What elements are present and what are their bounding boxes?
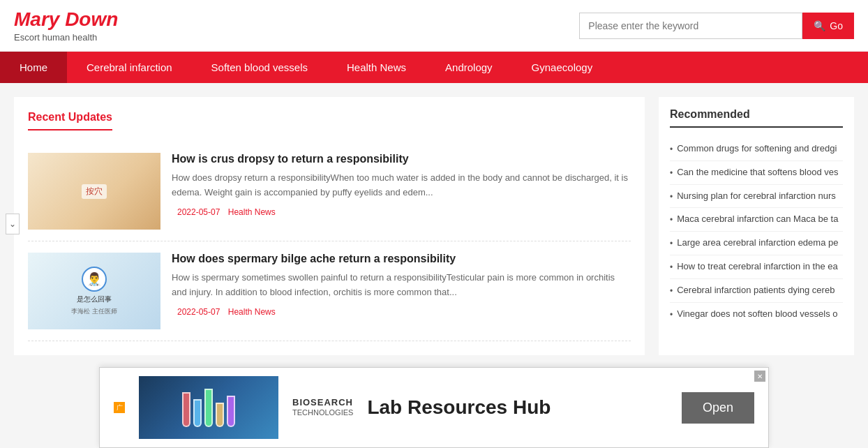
bullet-icon: •: [670, 309, 673, 321]
header: Mary Down Escort human health 🔍 Go: [0, 0, 868, 52]
search-input[interactable]: [579, 13, 802, 39]
article-card: How is crus dropsy to return a responsib…: [28, 142, 631, 241]
content-area: Recent Updates How is crus dropsy to ret…: [14, 97, 645, 355]
sidebar-item[interactable]: • Cerebral infarction patients dying cer…: [670, 279, 843, 303]
logo-area: Mary Down Escort human health: [14, 8, 118, 43]
scroll-down-arrow[interactable]: ⌄: [6, 214, 20, 234]
sidebar-title: Recommended: [670, 108, 843, 128]
logo-title: Mary Down: [14, 8, 118, 31]
search-btn-label: Go: [830, 20, 843, 31]
article-title-1[interactable]: How is crus dropsy to return a responsib…: [172, 153, 631, 165]
article-date-1: 2022-05-07: [177, 207, 220, 217]
article-excerpt-1: How does dropsy return a responsibilityW…: [172, 171, 631, 200]
nav-item-home[interactable]: Home: [0, 52, 67, 83]
sidebar-item[interactable]: • Common drugs for softening and dredgi: [670, 137, 843, 161]
article-thumb-2: 👨‍⚕️ 是怎么回事 李海松 主任医师: [28, 253, 160, 329]
article-category-2: Health News: [228, 307, 276, 317]
sidebar-item-label: Vinegar does not soften blood vessels o: [677, 308, 837, 320]
bullet-icon: •: [670, 167, 673, 179]
search-area: 🔍 Go: [579, 13, 854, 39]
sidebar-item[interactable]: • How to treat cerebral infarction in th…: [670, 255, 843, 279]
doctor-caption: 是怎么回事: [77, 294, 112, 304]
sidebar-item-label: Cerebral infarction patients dying cereb: [677, 284, 835, 297]
sidebar-item-label: Large area cerebral infarction edema pe: [677, 237, 838, 249]
nav-item-cerebral[interactable]: Cerebral infarction: [67, 52, 192, 83]
sidebar-item[interactable]: • Can the medicine that softens blood ve…: [670, 161, 843, 185]
sidebar-item[interactable]: • Nursing plan for cerebral infarction n…: [670, 185, 843, 209]
article-excerpt-2: How is spermary sometimes swollen painfu…: [172, 271, 631, 300]
sidebar-item[interactable]: • Maca cerebral infarction can Maca be t…: [670, 208, 843, 232]
main-content: Recent Updates How is crus dropsy to ret…: [0, 83, 868, 369]
bullet-icon: •: [670, 214, 673, 226]
sidebar-item-label: Can the medicine that softens blood ves: [677, 166, 838, 179]
bullet-icon: •: [670, 191, 673, 203]
nav-item-soften[interactable]: Soften blood vessels: [192, 52, 327, 83]
sidebar-item-label: How to treat cerebral infarction in the …: [677, 260, 838, 273]
nav: Home Cerebral infarction Soften blood ve…: [0, 52, 868, 83]
sidebar-item-label: Common drugs for softening and dredgi: [677, 142, 837, 155]
article-meta-1: 2022-05-07 Health News: [172, 207, 631, 217]
ad-banner: ✕ 广 BIOSEARCH TECHNOLOGIES Lab Resources…: [99, 367, 769, 369]
nav-item-andrology[interactable]: Andrology: [426, 52, 512, 83]
nav-item-gynaecology[interactable]: Gynaecology: [512, 52, 613, 83]
sidebar-item-label: Nursing plan for cerebral infarction nur…: [677, 190, 836, 202]
bullet-icon: •: [670, 238, 673, 250]
doctor-icon: 👨‍⚕️: [82, 267, 107, 292]
article-meta-2: 2022-05-07 Health News: [172, 307, 631, 317]
bullet-icon: •: [670, 262, 673, 274]
search-button[interactable]: 🔍 Go: [802, 13, 854, 39]
article-thumb-1: [28, 153, 160, 230]
article-body-1: How is crus dropsy to return a responsib…: [172, 153, 631, 230]
recent-updates-title: Recent Updates: [28, 111, 112, 130]
doctor-name: 李海松 主任医师: [71, 307, 117, 316]
bullet-icon: •: [670, 285, 673, 297]
article-body-2: How does spermary bilge ache return a re…: [172, 253, 631, 329]
article-title-2[interactable]: How does spermary bilge ache return a re…: [172, 253, 631, 265]
sidebar-item-label: Maca cerebral infarction can Maca be ta: [677, 213, 838, 225]
bullet-icon: •: [670, 144, 673, 156]
article-category-1: Health News: [228, 207, 276, 217]
article-card: 👨‍⚕️ 是怎么回事 李海松 主任医师 How does spermary bi…: [28, 241, 631, 341]
nav-item-health-news[interactable]: Health News: [327, 52, 426, 83]
sidebar-item[interactable]: • Vinegar does not soften blood vessels …: [670, 303, 843, 326]
article-date-2: 2022-05-07: [177, 307, 220, 317]
logo-subtitle: Escort human health: [14, 32, 118, 43]
sidebar: Recommended • Common drugs for softening…: [659, 97, 854, 355]
sidebar-item[interactable]: • Large area cerebral infarction edema p…: [670, 232, 843, 255]
search-icon: 🔍: [814, 20, 825, 31]
